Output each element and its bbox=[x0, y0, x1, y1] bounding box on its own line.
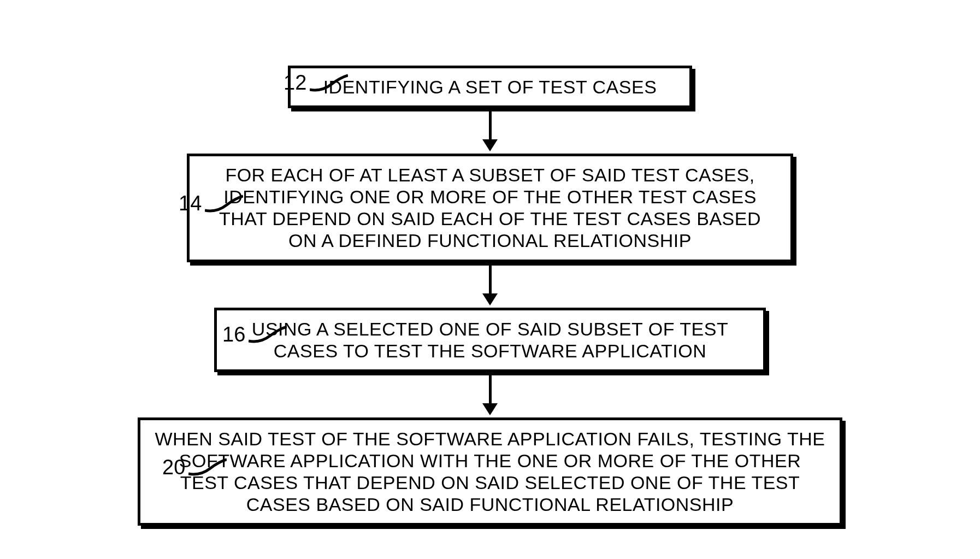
step-14-number: 14 bbox=[179, 192, 202, 215]
step-16-label: 16 bbox=[222, 323, 287, 346]
arrow-head-icon bbox=[482, 139, 498, 151]
step-20-label: 20 bbox=[162, 456, 227, 479]
arrow-12-to-14 bbox=[482, 111, 498, 151]
step-12-row: 12 IDENTIFYING A SET OF TEST CASES bbox=[108, 66, 872, 108]
step-12-box: IDENTIFYING A SET OF TEST CASES bbox=[288, 66, 692, 108]
arrow-16-to-20 bbox=[482, 375, 498, 415]
leader-curve-icon bbox=[205, 194, 243, 214]
leader-curve-icon bbox=[249, 325, 287, 344]
step-20-box: WHEN SAID TEST OF THE SOFTWARE APPLICATI… bbox=[138, 417, 842, 526]
step-12-number: 12 bbox=[284, 71, 306, 95]
arrow-line-icon bbox=[489, 375, 492, 404]
leader-curve-icon bbox=[310, 73, 348, 93]
step-16-row: 16 USING A SELECTED ONE OF SAID SUBSET O… bbox=[108, 308, 872, 372]
arrow-line-icon bbox=[489, 266, 492, 294]
arrow-head-icon bbox=[482, 293, 498, 305]
step-14-text: FOR EACH OF AT LEAST A SUBSET OF SAID TE… bbox=[219, 164, 761, 251]
arrow-head-icon bbox=[482, 403, 498, 415]
arrow-14-to-16 bbox=[482, 266, 498, 305]
step-16-box: USING A SELECTED ONE OF SAID SUBSET OF T… bbox=[214, 308, 766, 372]
step-14-row: 14 FOR EACH OF AT LEAST A SUBSET OF SAID… bbox=[108, 154, 872, 262]
step-20-row: 20 WHEN SAID TEST OF THE SOFTWARE APPLIC… bbox=[108, 417, 872, 526]
step-14-label: 14 bbox=[179, 192, 243, 215]
arrow-line-icon bbox=[489, 111, 492, 140]
step-16-text: USING A SELECTED ONE OF SAID SUBSET OF T… bbox=[252, 319, 728, 361]
leader-curve-icon bbox=[188, 457, 227, 477]
step-20-text: WHEN SAID TEST OF THE SOFTWARE APPLICATI… bbox=[155, 428, 825, 515]
step-12-label: 12 bbox=[284, 71, 348, 95]
step-20-number: 20 bbox=[162, 456, 185, 479]
flowchart: 12 IDENTIFYING A SET OF TEST CASES 14 FO… bbox=[108, 66, 872, 526]
step-16-number: 16 bbox=[222, 323, 245, 346]
step-12-text: IDENTIFYING A SET OF TEST CASES bbox=[323, 77, 657, 97]
step-14-box: FOR EACH OF AT LEAST A SUBSET OF SAID TE… bbox=[187, 154, 793, 262]
